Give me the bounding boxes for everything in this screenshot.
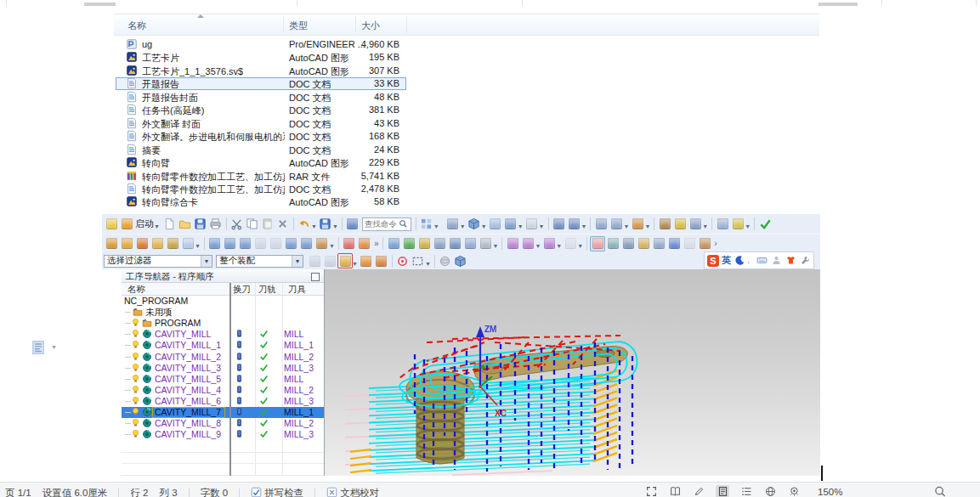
selection-filter-combo[interactable]: 选择过滤器 ▼ [104,255,212,268]
window-layout-icon[interactable] [419,217,434,232]
boundary-icon[interactable] [666,236,682,251]
statusbar-item[interactable]: 设置值 6.0厘米 [42,487,108,497]
view-orient-icon[interactable] [445,217,461,232]
navigator-row[interactable]: CAVITY_MILL_4MILL_2 [122,385,324,396]
chevron-down-icon[interactable]: ▼ [702,223,708,229]
chevron-down-icon[interactable]: ▼ [644,223,650,229]
verify-toolpath-icon[interactable] [386,236,401,251]
hidden-icon[interactable] [682,236,697,251]
create-method-icon[interactable] [165,236,180,251]
chevron-down-icon[interactable]: ▼ [352,261,358,267]
statusbar-item[interactable]: 字数 0 [201,487,229,497]
search-icon[interactable] [399,217,408,232]
nav-col-path[interactable]: 刀轨 [258,284,276,296]
graphics-viewport[interactable]: ZM XC [324,269,820,476]
file-row[interactable]: 转向臂综合卡AutoCAD 图形58 KB [116,195,406,208]
nav-col-name[interactable]: 名称 [127,284,145,296]
chevron-down-icon[interactable]: ▼ [535,243,541,249]
bulb-icon[interactable] [131,329,142,340]
bulb-icon[interactable] [131,352,142,363]
outline-view-icon[interactable] [739,485,753,497]
user-icon[interactable] [770,255,782,267]
find-object-icon[interactable] [620,236,636,251]
file-row[interactable]: 开题报告DOC 文档33 KB [116,77,406,90]
background-icon[interactable] [524,217,540,232]
zoom-level[interactable]: 150% [818,487,842,497]
page-view-icon[interactable] [716,485,729,497]
paste-operation-icon[interactable] [253,236,269,251]
moon-icon[interactable] [734,255,745,267]
chevron-down-icon[interactable]: ▼ [433,223,439,229]
file-row[interactable]: 外文翻译。步进电机和伺服电机的系统控...DOC 文档168 KB [116,130,406,143]
chevron-down-icon[interactable]: ▼ [292,256,303,267]
cut-operation-icon[interactable] [223,236,238,251]
undo-icon[interactable] [297,217,312,232]
cse-driver-icon[interactable] [605,236,620,251]
file-row[interactable]: ugPro/ENGINEER ...4,960 KB [116,38,406,51]
circle-gesture-icon[interactable] [395,253,411,268]
create-tool-icon[interactable] [134,236,150,251]
keyboard-icon[interactable] [756,255,768,267]
post-output-icon[interactable] [520,236,535,251]
gouge-check-icon[interactable] [416,236,432,251]
rotate-view-icon[interactable] [359,253,374,268]
start-menu-button[interactable]: 启动▼ [119,217,161,232]
toolbar-overflow-icon[interactable]: › [714,239,717,248]
search-input[interactable] [363,219,399,229]
command-search-box[interactable] [362,217,411,231]
panel-float-icon[interactable] [311,273,320,281]
copy-icon[interactable] [245,217,260,232]
show-hide-icon[interactable] [672,217,688,232]
export-icon[interactable] [345,217,360,232]
chevron-down-icon[interactable]: ▼ [51,344,57,350]
skin-icon[interactable] [785,255,796,267]
wrench-icon[interactable] [799,255,811,267]
save-all-icon[interactable] [318,217,333,232]
object-display-tools-icon[interactable] [657,217,672,232]
measure-icon[interactable] [715,217,730,232]
customize-icon[interactable] [697,236,712,251]
edit-section-icon[interactable] [567,217,582,232]
postprocess-icon[interactable] [505,236,520,251]
column-type[interactable]: 类型 [289,20,308,32]
bulb-icon[interactable] [131,407,142,418]
snap-end-icon[interactable] [322,253,337,268]
navigator-row[interactable]: CAVITY_MILL_9MILL_3 [122,429,324,440]
create-geometry-icon[interactable] [150,236,165,251]
glasses-icon[interactable] [688,217,703,232]
generate-toolpath-icon[interactable] [342,236,357,251]
chevron-down-icon[interactable]: ▼ [311,223,317,229]
bulb-icon[interactable] [131,318,142,329]
new-file-icon[interactable] [162,217,178,232]
navigator-row[interactable]: CAVITY_MILL_3MILL_3 [122,363,324,374]
sogou-ime-bar[interactable]: S 英 、 [704,251,814,269]
chevron-down-icon[interactable]: ▼ [481,223,487,229]
bulb-icon[interactable] [131,418,142,429]
chevron-down-icon[interactable]: ▼ [539,223,545,229]
assemblies-icon[interactable] [593,217,609,232]
chevron-down-icon[interactable]: ▼ [581,223,587,229]
file-row[interactable]: 任务书(高延峰)DOC 文档381 KB [116,104,406,116]
clock-icon[interactable] [478,236,493,251]
simulate-machine-icon[interactable] [401,236,416,251]
constraints-icon[interactable] [609,217,624,232]
edit-operation-icon[interactable] [207,236,223,251]
ink-mode-icon[interactable] [692,485,705,497]
file-row[interactable]: 转向臂零件数控加工工艺、加工仿真论文DOC 文档2,478 KB [116,183,406,195]
clip-section-icon[interactable] [552,217,567,232]
create-program-icon[interactable] [119,236,134,251]
post-archive-icon[interactable] [563,236,578,251]
statusbar-item[interactable]: 拼写检查 [251,487,303,497]
chevron-down-icon[interactable]: ▼ [460,223,466,229]
transform-icon[interactable] [314,236,330,251]
statusbar-item[interactable]: 列 3 [159,487,177,497]
pencil-partial-icon[interactable] [104,217,119,232]
bulb-icon[interactable] [131,385,142,396]
chevron-down-icon[interactable]: ▼ [745,223,751,229]
file-row[interactable]: 工艺卡片_1_1_3576.sv$AutoCAD 图形307 KB [116,65,406,77]
file-row[interactable]: 外文翻译 封面DOC 文档43 KB [116,117,406,130]
edit-display-icon[interactable] [636,236,651,251]
display-mode-icon[interactable] [488,217,503,232]
file-row[interactable]: 工艺卡片AutoCAD 图形195 KB [116,51,406,64]
zoom-tool-icon[interactable] [933,485,947,497]
